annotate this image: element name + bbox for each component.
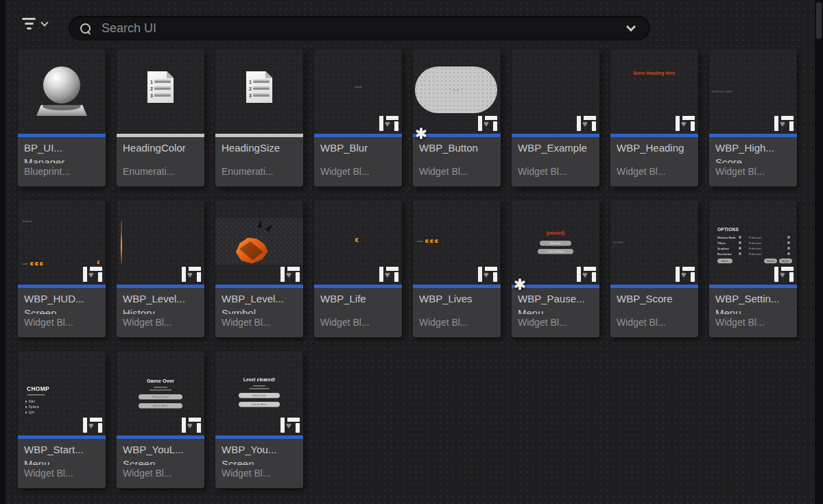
asset-tile-headingsize[interactable]: 123HeadingSizeEnumerati... [215,49,303,187]
options-row-value: Fullscreen [749,247,761,250]
filter-button[interactable] [22,18,47,29]
asset-name: HeadingSize [222,141,297,163]
asset-thumbnail: 123 [117,49,204,134]
doc-row: 1 [150,79,171,86]
asset-tile-wbp-hud-screen[interactable]: Score 0Lives♥WBP_HUD...ScreenWidget Bl..… [18,200,106,337]
glyph-bar [83,267,87,282]
screen-button: Restart Level [139,394,182,400]
options-toggle-dot [739,252,741,255]
life-pac-icon [435,239,439,243]
asset-name-line1: HeadingColor [123,141,198,155]
subtitle-line [253,385,265,387]
options-row: Window ModeFullscreen [717,235,791,240]
asset-thumbnail: CHOMPStartOptionsQuit♥ [18,351,106,435]
asset-label-area: WBP_High...ScoreWidget Bl... [709,137,797,187]
asset-tile-wbp-start-menu[interactable]: CHOMPStartOptionsQuit♥WBP_Start...MenuWi… [18,351,106,488]
asset-tile-wbp-level-history[interactable]: ♥WBP_Level...HistoryWidget Bl... [117,200,204,337]
thumbnail-content: 123 [215,49,303,134]
glyph-bar [478,116,482,131]
asset-tile-wbp-level-symbol[interactable]: ♥WBP_Level...SymbolWidget Bl... [215,200,303,337]
scrollbar-thumb[interactable] [816,2,822,39]
doc-fold-corner [265,71,272,78]
glyph-bar [394,272,398,282]
screen-button: Quit to Menu [239,402,280,407]
doc-rows: 123 [249,79,270,99]
glyph-bar [379,267,383,282]
heart-icon: ♥ [780,270,785,279]
asset-name-line2: Manager... [24,155,99,163]
asset-tile-wbp-youlose-screen[interactable]: Game OverRestart LevelQuit to Menu♥WBP_Y… [117,351,204,488]
options-row-value: Fullscreen [749,252,761,256]
asset-name: WBP_Level...Symbol [222,291,297,314]
bullet-icon [25,412,27,413]
asset-thumbnail: Level cleared!Next LevelQuit to Menu♥ [215,351,303,435]
glyph-bar [379,116,383,131]
asset-tile-wbp-score[interactable]: SCORE♥WBP_ScoreWidget Bl... [610,200,698,337]
asset-tile-wbp-life[interactable]: ♥WBP_LifeWidget Bl... [314,200,402,337]
options-title-text: OPTIONS [717,227,739,232]
options-back-button: Back [717,259,732,263]
thumbnail-content [18,49,106,134]
glyph-bar [98,423,102,433]
asset-label-area: WBP_ExampleWidget Bl... [512,137,599,187]
asset-name-line2: Screen [222,457,297,465]
asset-label-area: WBP_Pause...MenuWidget Bl... [512,288,599,337]
search-input[interactable] [100,21,622,36]
heart-icon: ♥ [88,270,94,279]
asset-tile-wbp-pause-menu[interactable]: (paused)ResumeQuit to Menu♥WBP_Pause...M… [512,200,599,337]
glyph-bar [197,272,201,282]
glyph-bar [691,121,695,131]
tiny-preview-text: HIGH SCORES [712,90,732,93]
asset-tile-wbp-blur[interactable]: ♥WBP_BlurWidget Bl... [314,49,402,187]
search-dropdown-chevron-icon[interactable] [626,21,636,31]
asset-name: WBP_High...Score [715,141,791,163]
asset-label-area: WBP_BlurWidget Bl... [314,137,402,187]
options-toggle-dot [739,241,741,244]
asset-name: WBP_YouL...Screen [123,442,198,465]
asset-tile-wbp-highscore[interactable]: HIGH SCORES♥WBP_High...ScoreWidget Bl... [709,49,797,187]
asset-tile-bp-ui-manager[interactable]: BP_UI...Manager...Blueprint... [18,49,106,187]
asset-name: WBP_HUD...Screen [24,291,99,314]
hud-lives-label: Lives [22,263,28,266]
asset-type: Enumerati... [123,166,198,177]
asset-tile-wbp-heading[interactable]: Some Heading Here♥WBP_HeadingWidget Bl..… [610,49,698,187]
screen-title-text: Game Over [117,378,204,384]
asset-tile-wbp-settings-menu[interactable]: OPTIONSWindow ModeFullscreenVSyncFullscr… [709,200,797,337]
doc-row: 3 [150,93,171,99]
asset-label-area: WBP_YouL...ScreenWidget Bl... [117,439,204,488]
asset-tile-wbp-button[interactable]: Done♥WBP_ButtonWidget Bl... [413,49,501,187]
asset-type: Blueprint... [24,166,99,177]
options-toggle-dot [739,236,741,239]
options-toggle-dot [787,247,790,250]
options-row-label: Resolution [717,252,739,256]
asset-thumbnail: ♥ [512,49,599,134]
widget-blueprint-glyph-icon: ♥ [774,267,794,282]
widget-blueprint-glyph-icon: ♥ [478,267,497,282]
glyph-bar [676,116,680,131]
asset-thumbnail [18,49,106,134]
asset-tile-headingcolor[interactable]: 123HeadingColorEnumerati... [117,49,204,187]
asset-type: Widget Bl... [24,317,99,328]
options-reset-button: Reset [764,259,777,263]
doc-row-line [154,88,171,90]
search-box[interactable] [69,16,650,40]
asset-tile-wbp-example[interactable]: ♥WBP_ExampleWidget Bl... [512,49,599,187]
asset-type: Widget Bl... [320,317,396,328]
heart-icon: ♥ [187,421,193,430]
heart-icon: ♥ [780,119,785,128]
asset-name-line2: Screen [24,306,99,314]
options-toggle-dot [787,252,790,255]
scrollbar[interactable] [814,0,823,504]
widget-blueprint-glyph-icon: ♥ [379,116,398,131]
content-browser-panel: BP_UI...Manager...Blueprint...123Heading… [5,0,814,504]
heart-icon: ♥ [681,119,687,128]
start-menu-item-label: Quit [29,411,34,414]
widget-blueprint-glyph-icon: ♥ [774,116,794,131]
asset-tile-wbp-lives[interactable]: Lives♥WBP_LivesWidget Bl... [413,200,501,337]
asset-label-area: BP_UI...Manager...Blueprint... [18,137,106,187]
life-pac-icon [35,262,39,266]
asset-name-line1: HeadingSize [222,141,297,155]
asset-name-line1: WBP_Heading [617,141,692,155]
pause-resume-button: Resume [540,241,571,246]
asset-tile-wbp-youwin-screen[interactable]: Level cleared!Next LevelQuit to Menu♥WBP… [215,351,303,488]
